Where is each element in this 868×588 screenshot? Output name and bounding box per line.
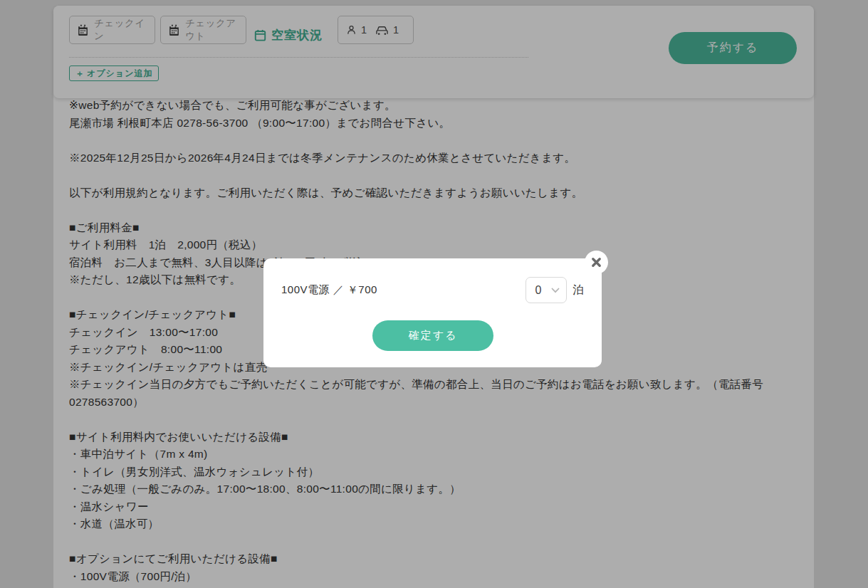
close-icon [591, 257, 602, 268]
nights-select[interactable]: 0 [525, 277, 567, 303]
option-modal: 100V電源 ／ ￥700 0 泊 確定する [263, 258, 602, 367]
nights-value: 0 [535, 284, 542, 297]
option-item-label: 100V電源 ／ ￥700 [281, 283, 525, 297]
confirm-button[interactable]: 確定する [372, 320, 493, 351]
nights-unit-label: 泊 [573, 283, 585, 298]
option-row: 100V電源 ／ ￥700 0 泊 [281, 277, 584, 303]
chevron-down-icon [551, 288, 560, 293]
close-button[interactable] [585, 251, 608, 274]
